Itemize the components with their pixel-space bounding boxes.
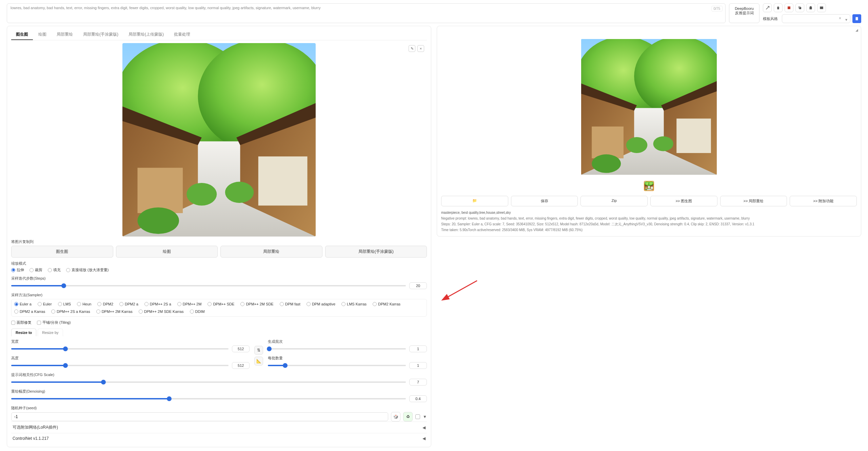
tab-1[interactable]: 绘图 [34,30,51,40]
resize-tab-1[interactable]: Resize by [38,328,63,336]
steps-slider[interactable] [11,285,406,286]
output-btn-0[interactable]: 📁 [441,196,508,206]
seed-label: 随机种子(seed) [11,406,427,411]
resize-mode-label: 缩放模式 [11,261,427,266]
sampler-7[interactable]: DPM++ 2M [177,302,202,306]
sampler-2[interactable]: LMS [58,302,71,306]
sampler-5[interactable]: DPM2 a [119,302,138,306]
resize-mode-2[interactable]: 填充 [48,267,61,273]
output-thumbnail[interactable] [644,181,654,191]
denoise-label: 重绘幅度(Denoising) [11,389,427,394]
lora-accordion[interactable]: 可选附加网络(LoRA插件)◀ [11,421,427,433]
tab-4[interactable]: 局部重绘(上传蒙版) [124,30,169,40]
seed-extra-checkbox[interactable] [415,414,420,419]
denoise-slider[interactable] [11,398,406,399]
batch-size-label: 每批数量 [268,356,427,361]
trash-icon[interactable] [774,3,783,12]
sampler-15[interactable]: DPM++ 2S a Karras [51,309,90,314]
denoise-input[interactable]: 0.4 [409,395,427,402]
tab-0[interactable]: 图生图 [11,30,33,40]
tab-2[interactable]: 局部重绘 [52,30,78,40]
steps-label: 采样迭代步数(Steps) [11,276,427,281]
copy-icon[interactable] [795,3,804,12]
output-image[interactable] [581,39,717,175]
negative-prompt-box[interactable]: lowres, bad anatomy, bad hands, text, er… [7,3,726,23]
svg-line-13 [447,281,477,298]
width-input[interactable]: 512 [232,345,250,352]
sampler-label: 采样方法(Sampler) [11,293,427,298]
batch-count-slider[interactable] [268,348,406,350]
resize-mode-0[interactable]: 拉伸 [11,267,24,273]
sampler-9[interactable]: DPM++ 2M SDE [240,302,273,306]
sampler-18[interactable]: DDIM [190,309,205,314]
seed-input[interactable] [11,412,388,421]
copy-btn-0[interactable]: 图生图 [11,246,113,258]
copy-btn-1[interactable]: 绘图 [116,246,218,258]
seed-caret-icon[interactable]: ▼ [423,414,427,419]
edit-image-icon[interactable]: ✎ [409,45,415,52]
output-btn-4[interactable]: >> 局部重绘 [720,196,787,206]
sampler-11[interactable]: DPM adaptive [307,302,335,306]
meta-params: Steps: 20, Sampler: Euler a, CFG scale: … [441,221,857,227]
batch-count-input[interactable]: 1 [409,345,427,352]
style-label: 模板风格 [763,16,780,21]
panel-collapse-icon[interactable]: ◢ [855,28,858,32]
window-icon[interactable] [817,3,826,12]
restore-faces-checkbox[interactable]: 面部修复 [11,320,32,325]
sampler-12[interactable]: LMS Karras [341,302,367,306]
cfg-slider[interactable] [11,381,406,383]
copy-btn-2[interactable]: 局部重绘 [220,246,322,258]
style-caret-icon[interactable]: ▾ [845,17,847,22]
seed-reuse-button[interactable]: ♻ [403,412,413,421]
height-input[interactable]: 512 [232,362,250,369]
arrow-icon[interactable] [763,3,772,12]
annotation-arrow [440,277,480,304]
sampler-3[interactable]: Heun [77,302,91,306]
aspect-lock-button[interactable]: 📐 [254,357,263,365]
tab-5[interactable]: 批量处理 [169,30,195,40]
meta-prompt: masterpiece, best quality,tree,house,str… [441,210,857,215]
width-slider[interactable] [11,348,229,350]
sampler-1[interactable]: Euler [38,302,52,306]
close-image-icon[interactable]: × [417,45,424,52]
sampler-14[interactable]: DPM2 a Karras [14,309,45,314]
copy-btn-3[interactable]: 局部重绘(手涂蒙版) [325,246,427,258]
seed-random-button[interactable]: 🎲 [391,412,400,421]
resize-tab-0[interactable]: Resize to [11,328,36,336]
sampler-13[interactable]: DPM2 Karras [373,302,400,306]
tiling-checkbox[interactable]: 平铺/分块 (Tiling) [37,320,71,325]
sampler-17[interactable]: DPM++ 2M SDE Karras [139,309,184,314]
output-panel: ◢ 📁保存Zip>> 图生图>> 局部重绘>> 附加功能 masterpiece… [437,26,861,237]
sampler-0[interactable]: Euler a [14,302,32,306]
height-slider[interactable] [11,365,229,366]
steps-input[interactable]: 20 [409,282,427,289]
sampler-6[interactable]: DPM++ 2S a [144,302,171,306]
paste-icon[interactable] [806,3,815,12]
sampler-16[interactable]: DPM++ 2M Karras [96,309,133,314]
width-label: 宽度 [11,339,250,344]
output-btn-5[interactable]: >> 附加功能 [790,196,857,206]
batch-size-slider[interactable] [268,365,406,366]
copy-label: 将图片复制到 [11,239,427,244]
output-btn-1[interactable]: 保存 [511,196,578,206]
style-apply-icon[interactable] [852,14,861,23]
input-image[interactable] [122,43,316,237]
swap-dims-button[interactable]: ⇅ [254,346,263,355]
sampler-4[interactable]: DPM2 [97,302,113,306]
style-edit-icon[interactable] [785,3,793,12]
batch-size-input[interactable]: 1 [409,362,427,369]
batch-count-label: 生成批次 [268,339,427,344]
resize-mode-1[interactable]: 裁剪 [29,267,42,273]
controlnet-accordion[interactable]: ControlNet v1.1.217◀ [11,433,427,444]
output-btn-2[interactable]: Zip [580,196,648,206]
deepbooru-button[interactable]: DeepBooru 反推提示词 [729,3,760,23]
cfg-input[interactable]: 7 [409,379,427,386]
sampler-8[interactable]: DPM++ SDE [208,302,234,306]
resize-mode-3[interactable]: 直接缩放 (放大潜变量) [66,267,108,273]
style-select[interactable]: × ▾ [782,14,850,23]
style-clear-icon[interactable]: × [839,16,841,21]
meta-negative: Negative prompt: lowres, bad anatomy, ba… [441,215,857,221]
output-btn-3[interactable]: >> 图生图 [650,196,717,206]
sampler-10[interactable]: DPM fast [280,302,300,306]
tab-3[interactable]: 局部重绘(手涂蒙版) [78,30,123,40]
